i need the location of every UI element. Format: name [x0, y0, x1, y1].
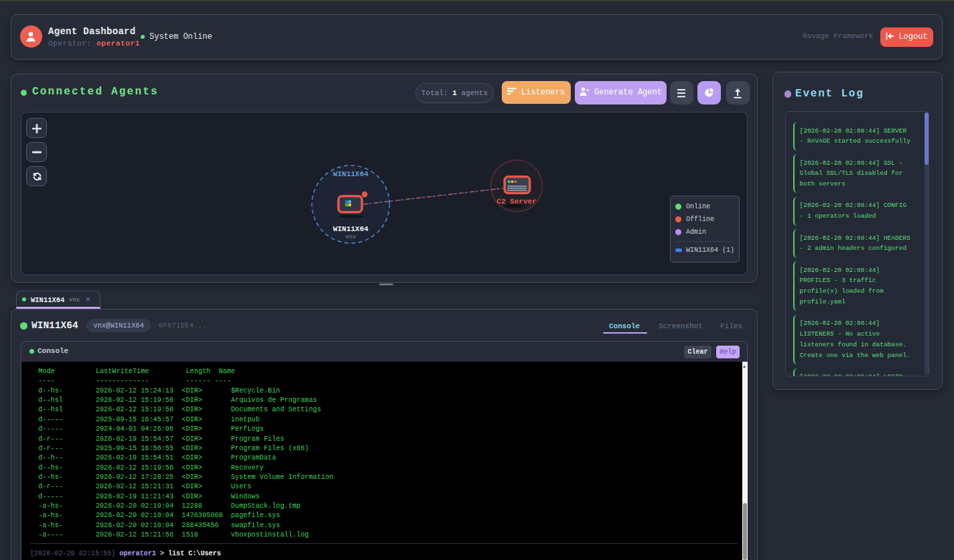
svg-text:WIN11X64: WIN11X64 [333, 225, 368, 233]
svg-text:vnx: vnx [345, 234, 356, 240]
svg-text:C2 Server: C2 Server [496, 198, 536, 206]
svg-text:WIN11X64: WIN11X64 [333, 170, 368, 178]
